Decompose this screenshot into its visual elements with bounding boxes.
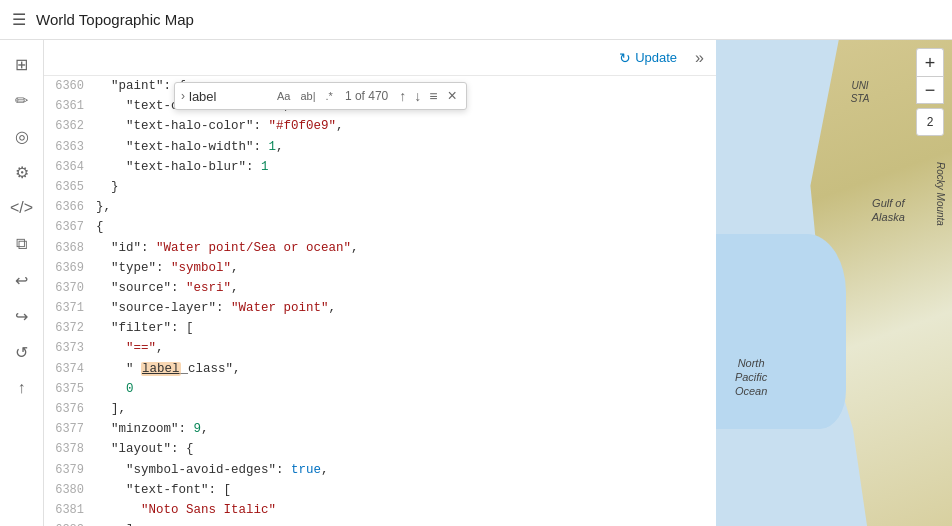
- map-panel: UNISTA Gulf ofAlaska NorthPacificOcean R…: [716, 40, 952, 526]
- line-content: "text-halo-color": "#f0f0e9",: [96, 116, 716, 136]
- line-content: 0: [96, 379, 716, 399]
- line-content: "text-halo-blur": 1: [96, 157, 716, 177]
- line-content: "minzoom": 9,: [96, 419, 716, 439]
- editor-panel: ↻ Update » › Aa ab| .* 1 of 470 ↑ ↓ ≡ × …: [44, 40, 716, 526]
- table-row: 6365 }: [44, 177, 716, 197]
- line-number: 6373: [44, 339, 96, 358]
- search-input[interactable]: [189, 89, 269, 104]
- table-row: 6372 "filter": [: [44, 318, 716, 338]
- table-row: 6367{: [44, 217, 716, 237]
- line-content: "id": "Water point/Sea or ocean",: [96, 238, 716, 258]
- map-gulf: [716, 234, 846, 428]
- table-row: 6375 0: [44, 379, 716, 399]
- line-number: 6370: [44, 279, 96, 298]
- line-content: "source-layer": "Water point",: [96, 298, 716, 318]
- table-row: 6382 ],: [44, 520, 716, 526]
- code-editor[interactable]: 6360 "paint": {6361 "text-color": #4c432…: [44, 76, 716, 526]
- line-content: " label_class",: [96, 359, 716, 379]
- table-row: 6368 "id": "Water point/Sea or ocean",: [44, 238, 716, 258]
- update-button[interactable]: ↻ Update: [611, 46, 685, 70]
- sidebar-icon-redo[interactable]: ↪: [6, 300, 38, 332]
- line-number: 6364: [44, 158, 96, 177]
- sidebar-icon-target[interactable]: ◎: [6, 120, 38, 152]
- line-number: 6365: [44, 178, 96, 197]
- search-options: Aa ab| .*: [273, 89, 337, 104]
- line-number: 6372: [44, 319, 96, 338]
- sidebar-icon-reset[interactable]: ↺: [6, 336, 38, 368]
- line-content: "filter": [: [96, 318, 716, 338]
- line-number: 6377: [44, 420, 96, 439]
- table-row: 6377 "minzoom": 9,: [44, 419, 716, 439]
- zoom-out-button[interactable]: −: [916, 76, 944, 104]
- line-content: ],: [96, 520, 716, 526]
- line-content: "==",: [96, 338, 716, 358]
- line-number: 6371: [44, 299, 96, 318]
- map-controls: + − 2: [916, 48, 944, 136]
- update-label: Update: [635, 50, 677, 65]
- table-row: 6379 "symbol-avoid-edges": true,: [44, 460, 716, 480]
- search-arrow-icon: ›: [181, 89, 185, 103]
- table-row: 6370 "source": "esri",: [44, 278, 716, 298]
- main-area: ⊞✏◎⚙</>⧉↩↪↺↑ ↻ Update » › Aa ab| .* 1 of…: [0, 40, 952, 526]
- sidebar-icon-undo[interactable]: ↩: [6, 264, 38, 296]
- table-row: 6369 "type": "symbol",: [44, 258, 716, 278]
- line-content: "text-halo-width": 1,: [96, 137, 716, 157]
- line-number: 6378: [44, 440, 96, 459]
- line-number: 6361: [44, 97, 96, 116]
- line-number: 6379: [44, 461, 96, 480]
- page-title: World Topographic Map: [36, 11, 194, 28]
- search-nav: ↑ ↓ ≡: [396, 87, 440, 105]
- line-content: "symbol-avoid-edges": true,: [96, 460, 716, 480]
- table-row: 6373 "==",: [44, 338, 716, 358]
- line-content: "layout": {: [96, 439, 716, 459]
- sidebar-icon-users[interactable]: ⚙: [6, 156, 38, 188]
- search-word-button[interactable]: ab|: [296, 89, 319, 104]
- line-number: 6374: [44, 360, 96, 379]
- sidebar-icon-pencil[interactable]: ✏: [6, 84, 38, 116]
- collapse-button[interactable]: »: [691, 47, 708, 69]
- line-number: 6366: [44, 198, 96, 217]
- search-count: 1 of 470: [345, 89, 388, 103]
- search-next-button[interactable]: ↓: [411, 87, 424, 105]
- line-number: 6375: [44, 380, 96, 399]
- sidebar-icon-copy[interactable]: ⧉: [6, 228, 38, 260]
- titlebar: ☰ World Topographic Map: [0, 0, 952, 40]
- zoom-in-button[interactable]: +: [916, 48, 944, 76]
- line-content: ],: [96, 399, 716, 419]
- line-number: 6367: [44, 218, 96, 237]
- table-row: 6362 "text-halo-color": "#f0f0e9",: [44, 116, 716, 136]
- zoom-level: 2: [916, 108, 944, 136]
- line-number: 6363: [44, 138, 96, 157]
- table-row: 6378 "layout": {: [44, 439, 716, 459]
- menu-icon[interactable]: ☰: [12, 10, 26, 29]
- table-row: 6380 "text-font": [: [44, 480, 716, 500]
- line-number: 6381: [44, 501, 96, 520]
- sidebar-icon-layers[interactable]: ⊞: [6, 48, 38, 80]
- table-row: 6371 "source-layer": "Water point",: [44, 298, 716, 318]
- line-number: 6360: [44, 77, 96, 96]
- line-number: 6362: [44, 117, 96, 136]
- sidebar-icon-upload[interactable]: ↑: [6, 372, 38, 404]
- table-row: 6374 " label_class",: [44, 359, 716, 379]
- table-row: 6381 "Noto Sans Italic": [44, 500, 716, 520]
- search-close-button[interactable]: ×: [444, 86, 459, 106]
- line-content: {: [96, 217, 716, 237]
- sidebar-icon-code[interactable]: </>: [6, 192, 38, 224]
- line-number: 6380: [44, 481, 96, 500]
- search-list-button[interactable]: ≡: [426, 87, 440, 105]
- table-row: 6366},: [44, 197, 716, 217]
- line-number: 6382: [44, 521, 96, 526]
- line-number: 6369: [44, 259, 96, 278]
- line-number: 6368: [44, 239, 96, 258]
- search-regex-button[interactable]: .*: [322, 89, 337, 104]
- line-number: 6376: [44, 400, 96, 419]
- search-prev-button[interactable]: ↑: [396, 87, 409, 105]
- line-content: },: [96, 197, 716, 217]
- search-bar: › Aa ab| .* 1 of 470 ↑ ↓ ≡ ×: [174, 82, 467, 110]
- line-content: "source": "esri",: [96, 278, 716, 298]
- table-row: 6363 "text-halo-width": 1,: [44, 137, 716, 157]
- search-case-button[interactable]: Aa: [273, 89, 294, 104]
- line-content: }: [96, 177, 716, 197]
- table-row: 6376 ],: [44, 399, 716, 419]
- line-content: "text-font": [: [96, 480, 716, 500]
